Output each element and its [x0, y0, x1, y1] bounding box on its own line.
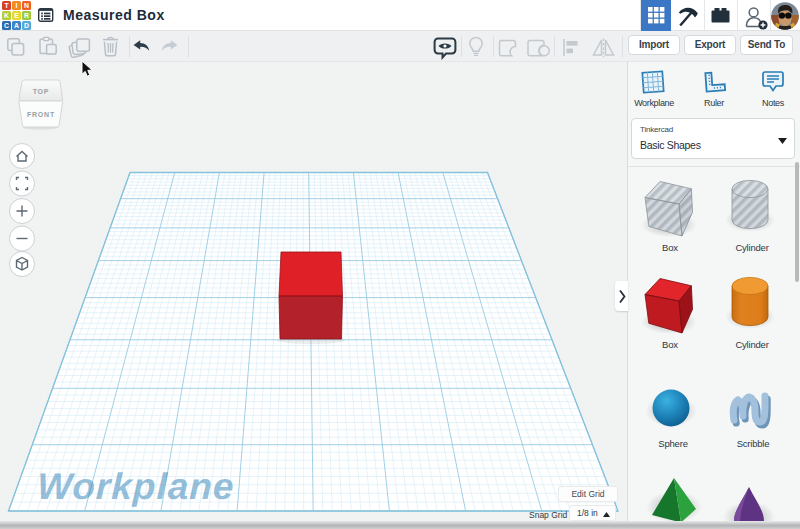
svg-text:Workplane: Workplane — [36, 465, 235, 507]
svg-text:N: N — [24, 2, 29, 9]
svg-text:TOP: TOP — [33, 88, 50, 95]
svg-text:Box: Box — [662, 339, 678, 350]
svg-text:D: D — [24, 22, 29, 29]
svg-text:R: R — [24, 12, 29, 19]
svg-text:Sphere: Sphere — [658, 438, 687, 449]
svg-text:E: E — [14, 12, 19, 19]
svg-text:A: A — [14, 22, 19, 29]
svg-text:K: K — [4, 12, 9, 19]
svg-text:Cylinder: Cylinder — [735, 339, 768, 350]
svg-text:Box: Box — [662, 242, 678, 253]
svg-text:Scribble: Scribble — [737, 438, 770, 449]
svg-text:Cylinder: Cylinder — [735, 242, 768, 253]
svg-text:FRONT: FRONT — [27, 111, 55, 118]
svg-text:I: I — [16, 2, 18, 9]
svg-text:C: C — [4, 22, 9, 29]
